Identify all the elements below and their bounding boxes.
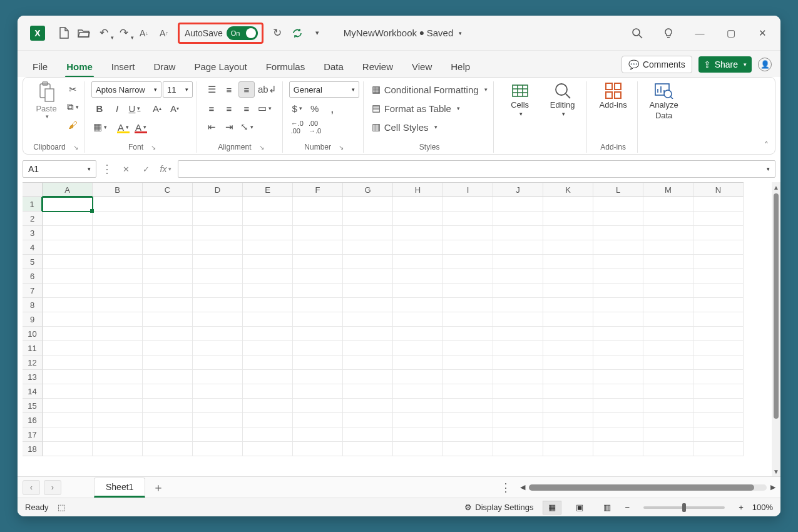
cell[interactable] <box>193 212 243 226</box>
cell[interactable] <box>393 212 443 226</box>
cell[interactable] <box>243 384 293 399</box>
cell[interactable] <box>593 341 643 356</box>
cell-styles-button[interactable]: ▥ Cell Styles▾ <box>370 119 439 135</box>
underline-button[interactable]: U▾ <box>126 100 143 116</box>
zoom-in-icon[interactable]: + <box>739 503 744 512</box>
cell[interactable] <box>443 370 493 384</box>
cell[interactable] <box>493 384 543 399</box>
accounting-format-icon[interactable]: $▾ <box>289 100 305 116</box>
column-header[interactable]: B <box>93 183 143 197</box>
cell[interactable] <box>143 284 193 298</box>
cell[interactable] <box>343 312 393 327</box>
share-button[interactable]: ⇪ Share ▾ <box>698 56 752 73</box>
cell[interactable] <box>443 413 493 427</box>
cell[interactable] <box>543 197 593 212</box>
cell[interactable] <box>143 269 193 284</box>
row-header[interactable]: 13 <box>23 370 43 384</box>
cell[interactable] <box>293 370 343 384</box>
cell[interactable] <box>393 226 443 240</box>
cell[interactable] <box>543 255 593 269</box>
horizontal-scrollbar[interactable]: ◀ ▶ <box>520 483 775 491</box>
zoom-handle[interactable] <box>682 503 686 512</box>
cell[interactable] <box>493 269 543 284</box>
cell[interactable] <box>543 212 593 226</box>
cell[interactable] <box>43 399 93 413</box>
bold-button[interactable]: B <box>91 100 108 116</box>
sheet-nav-prev[interactable]: ‹ <box>23 480 40 495</box>
cell[interactable] <box>293 240 343 255</box>
cell[interactable] <box>593 212 643 226</box>
cell[interactable] <box>643 197 693 212</box>
increase-indent-icon[interactable]: ⇥ <box>221 119 237 135</box>
cell[interactable] <box>693 327 744 341</box>
cell[interactable] <box>393 327 443 341</box>
search-icon[interactable] <box>623 21 652 46</box>
cell[interactable] <box>643 240 693 255</box>
formula-bar-grip[interactable]: ⋮ <box>101 162 113 176</box>
align-right-icon[interactable]: ≡ <box>238 100 255 116</box>
cell[interactable] <box>493 370 543 384</box>
cell[interactable] <box>93 240 143 255</box>
cell[interactable] <box>243 370 293 384</box>
cell[interactable] <box>493 284 543 298</box>
sheet-menu-icon[interactable]: ⋮ <box>500 481 511 494</box>
cell[interactable] <box>393 370 443 384</box>
tab-data[interactable]: Data <box>317 56 350 77</box>
cell[interactable] <box>543 442 593 456</box>
cell[interactable] <box>543 284 593 298</box>
cell[interactable] <box>293 442 343 456</box>
cell[interactable] <box>643 226 693 240</box>
cell[interactable] <box>293 427 343 442</box>
cell-grid[interactable]: ABCDEFGHIJKLMN12345678910111213141516171… <box>23 182 744 476</box>
cell[interactable] <box>643 327 693 341</box>
font-color-button[interactable]: A▾ <box>133 119 149 135</box>
cell[interactable] <box>193 356 243 370</box>
normal-view-icon[interactable]: ▦ <box>543 501 561 514</box>
cell[interactable] <box>293 312 343 327</box>
comments-button[interactable]: 💬 Comments <box>622 56 692 73</box>
ribbon-collapse-icon[interactable]: ˄ <box>764 140 769 150</box>
cell[interactable] <box>443 341 493 356</box>
dialog-launcher-icon[interactable]: ↘ <box>339 144 344 151</box>
cell[interactable] <box>293 399 343 413</box>
enter-formula-icon[interactable]: ✓ <box>138 161 154 177</box>
cell[interactable] <box>93 327 143 341</box>
cell[interactable] <box>93 212 143 226</box>
cell[interactable] <box>593 197 643 212</box>
cell[interactable] <box>43 284 93 298</box>
cell[interactable] <box>43 327 93 341</box>
cell[interactable] <box>343 255 393 269</box>
account-icon[interactable]: 👤 <box>758 58 772 71</box>
font-name-dropdown[interactable]: Aptos Narrow▾ <box>91 81 161 98</box>
cell[interactable] <box>443 327 493 341</box>
cell[interactable] <box>143 240 193 255</box>
cell[interactable] <box>543 341 593 356</box>
row-header[interactable]: 9 <box>23 312 43 327</box>
cell[interactable] <box>93 413 143 427</box>
cell[interactable] <box>193 226 243 240</box>
row-header[interactable]: 14 <box>23 384 43 399</box>
cell[interactable] <box>143 212 193 226</box>
tips-icon[interactable] <box>654 21 683 46</box>
sync-icon[interactable] <box>289 23 306 43</box>
cell[interactable] <box>293 284 343 298</box>
cell[interactable] <box>343 284 393 298</box>
cell[interactable] <box>693 413 744 427</box>
tab-page-layout[interactable]: Page Layout <box>188 56 253 77</box>
cell[interactable] <box>493 255 543 269</box>
cell[interactable] <box>343 341 393 356</box>
align-top-icon[interactable]: ☰ <box>203 81 220 98</box>
cell[interactable] <box>543 240 593 255</box>
cell[interactable] <box>393 341 443 356</box>
cell[interactable] <box>93 255 143 269</box>
cell[interactable] <box>193 413 243 427</box>
cell[interactable] <box>343 269 393 284</box>
cell[interactable] <box>593 226 643 240</box>
cell[interactable] <box>443 197 493 212</box>
cell[interactable] <box>143 442 193 456</box>
column-header[interactable]: J <box>493 183 543 197</box>
cell[interactable] <box>243 327 293 341</box>
cell[interactable] <box>643 427 693 442</box>
tab-draw[interactable]: Draw <box>147 56 182 77</box>
cell[interactable] <box>693 284 744 298</box>
